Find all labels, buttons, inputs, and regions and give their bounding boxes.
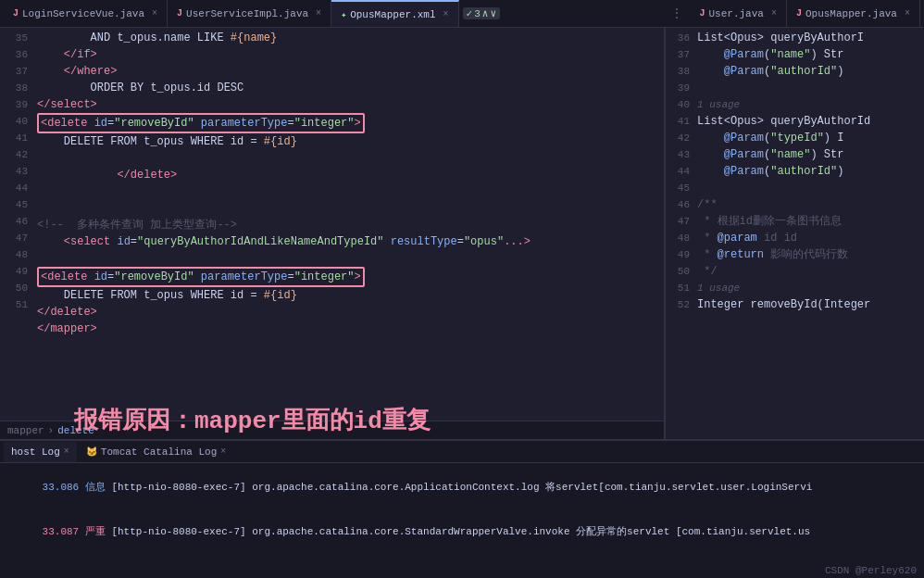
counter-badge: ✓ 3 ∧ ∨ — [463, 7, 500, 19]
tab-label: OpusMapper.xml — [350, 9, 435, 20]
code-line-48: DELETE FROM t_opus WHERE id = #{id} — [37, 287, 664, 304]
right-line-48: * @param id id — [697, 230, 924, 246]
footer-credit: CSDN @Perley620 — [825, 565, 917, 576]
log-severity-severe: 33.087 严重 — [43, 526, 112, 537]
close-icon[interactable]: × — [443, 9, 449, 19]
code-line-45: <select id="queryByAuthorIdAndLikeNameAn… — [37, 233, 664, 250]
right-line-46: /** — [697, 196, 924, 213]
code-line-49: </delete> — [37, 304, 664, 320]
code-line-35: AND t_opus.name LIKE #{name} — [37, 30, 664, 46]
close-icon[interactable]: × — [64, 446, 69, 457]
code-editor-panel: 35 36 37 38 39 40 41 42 43 44 45 46 47 4… — [0, 28, 665, 439]
right-line-numbers: 36 37 38 39 40 41 42 43 44 45 46 47 48 4… — [666, 28, 693, 439]
right-line-51: 1 usage — [697, 280, 924, 296]
code-line-42: 💡</delete> — [37, 150, 664, 200]
log-line-1: 33.086 信息 [http-nio-8080-exec-7] org.apa… — [6, 465, 918, 509]
code-line-38: ORDER BY t_opus.id DESC — [37, 80, 664, 96]
tab-loginservicevue[interactable]: J LoginServiceVue.java × — [4, 0, 168, 27]
tab-opusmapper-xml[interactable]: ✦ OpusMapper.xml × — [331, 0, 458, 27]
tab-label: LoginServiceVue.java — [22, 8, 144, 19]
code-line-37: </where> — [37, 63, 664, 80]
right-line-45 — [697, 180, 924, 196]
tab-opusmapper-java[interactable]: J OpusMapper.java × — [787, 0, 920, 27]
code-line-40: <delete id="removeById" parameterType="i… — [37, 113, 664, 133]
log-area: host Log × 🐱 Tomcat Catalina Log × 33.08… — [0, 439, 924, 578]
tab-label: UserServiceImpl.java — [186, 8, 308, 19]
tab-label: OpusMapper.java — [805, 8, 897, 19]
tab-more-button[interactable]: ⋮ — [664, 6, 690, 20]
right-line-52: Integer removeById(Integer — [697, 296, 924, 313]
right-line-39 — [697, 80, 924, 96]
log-content: 33.086 信息 [http-nio-8080-exec-7] org.apa… — [0, 463, 924, 563]
code-lines: AND t_opus.name LIKE #{name} </if> </whe… — [33, 28, 664, 439]
code-line-47: <delete id="removeById" parameterType="i… — [37, 267, 664, 287]
log-line-2: 33.087 严重 [http-nio-8080-exec-7] org.apa… — [6, 509, 918, 554]
breadcrumb-part-delete: delete — [57, 425, 94, 436]
log-tab-host[interactable]: host Log × — [4, 442, 77, 462]
tab-user-java[interactable]: J User.java × — [690, 0, 786, 27]
chevron-up-icon: ∧ — [482, 7, 489, 19]
java-icon: J — [13, 8, 19, 19]
code-line-36: </if> — [37, 46, 664, 63]
right-code-lines: List<Opus> queryByAuthorI @Param("name")… — [693, 28, 924, 439]
log-severity-info: 33.086 信息 — [43, 482, 112, 493]
log-line-3: galArgumentException Mapped Statements c… — [6, 554, 918, 563]
right-line-37: @Param("name") Str — [697, 46, 924, 63]
warning-icon: 💡 — [33, 167, 34, 183]
breadcrumb: mapper › delete — [0, 421, 664, 439]
right-line-36: List<Opus> queryByAuthorI — [697, 30, 924, 46]
right-line-49: * @return 影响的代码行数 — [697, 246, 924, 263]
checkmark-icon: ✓ — [467, 7, 473, 19]
code-line-51 — [37, 337, 664, 354]
right-line-42: @Param("typeId") I — [697, 130, 924, 146]
tab-bar: J LoginServiceVue.java × J UserServiceIm… — [0, 0, 924, 28]
code-line-46 — [37, 250, 664, 267]
tomcat-log-label: Tomcat Catalina Log — [101, 446, 217, 458]
host-log-label: host Log — [11, 446, 60, 458]
tomcat-icon: 🐱 — [86, 446, 97, 458]
right-line-47: * 根据id删除一条图书信息 — [697, 213, 924, 230]
right-panel: 36 37 38 39 40 41 42 43 44 45 46 47 48 4… — [665, 28, 924, 439]
code-line-44: <!-- 多种条件查询 加上类型查询--> — [37, 217, 664, 233]
close-icon[interactable]: × — [220, 446, 226, 457]
java-icon: J — [796, 8, 802, 19]
close-icon[interactable]: × — [771, 8, 777, 19]
java-icon: J — [177, 8, 182, 19]
right-line-44: @Param("authorId") — [697, 163, 924, 180]
code-line-41: DELETE FROM t_opus WHERE id = #{id} — [37, 133, 664, 150]
tab-label: User.java — [709, 8, 764, 19]
log-footer: CSDN @Perley620 — [0, 563, 924, 578]
code-line-50: </mapper> — [37, 320, 664, 337]
breadcrumb-part-mapper: mapper — [7, 425, 44, 436]
java-icon: J — [699, 8, 705, 19]
close-icon[interactable]: × — [905, 8, 910, 19]
code-line-43 — [37, 200, 664, 217]
log-tab-tomcat[interactable]: 🐱 Tomcat Catalina Log × — [79, 442, 233, 462]
right-line-50: */ — [697, 263, 924, 280]
chevron-down-icon: ∨ — [490, 7, 496, 19]
breadcrumb-separator: › — [48, 425, 55, 436]
tab-userserviceimpl[interactable]: J UserServiceImpl.java × — [168, 0, 331, 27]
counter-area: ✓ 3 ∧ ∨ — [463, 7, 500, 19]
code-line-39: </select> — [37, 96, 664, 113]
line-numbers: 35 36 37 38 39 40 41 42 43 44 45 46 47 4… — [0, 28, 33, 439]
xml-icon: ✦ — [341, 9, 346, 20]
right-line-43: @Param("name") Str — [697, 146, 924, 163]
counter-value: 3 — [474, 8, 481, 19]
right-line-40: 1 usage — [697, 96, 924, 113]
close-icon[interactable]: × — [152, 8, 157, 19]
close-icon[interactable]: × — [316, 8, 321, 19]
log-tab-bar: host Log × 🐱 Tomcat Catalina Log × — [0, 441, 924, 463]
right-line-41: List<Opus> queryByAuthorId — [697, 113, 924, 130]
right-line-38: @Param("authorId") — [697, 63, 924, 80]
